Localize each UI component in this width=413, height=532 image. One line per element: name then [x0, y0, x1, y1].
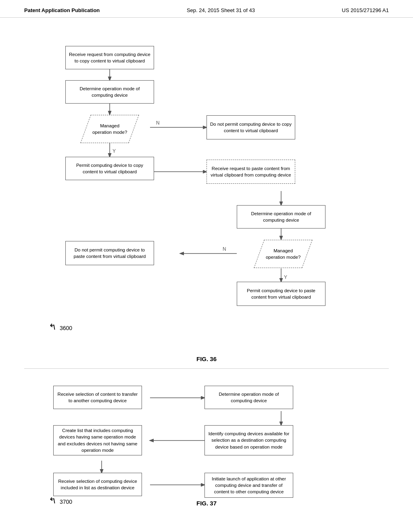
fig36-number-tag: ↱ 3600	[49, 322, 72, 332]
box-identify-devices: Identify computing devices available for…	[204, 425, 293, 455]
fig36-arrows: N Y N Y	[13, 18, 400, 368]
box-determine-mode-1: Determine operation mode of computing de…	[65, 80, 154, 104]
fig36-diagram: N Y N Y Receive request from computing d…	[0, 18, 413, 368]
fig36-area: N Y N Y Receive request from computing d…	[13, 18, 400, 368]
fig37-label: FIG. 37	[196, 500, 217, 507]
box-receive-selection: Receive selection of content to transfer…	[53, 386, 142, 409]
box-determine-mode-37: Determine operation mode of computing de…	[204, 386, 293, 409]
header-center: Sep. 24, 2015 Sheet 31 of 43	[187, 7, 255, 13]
box-initiate-launch: Initiate launch of application at other …	[204, 473, 293, 498]
box-receive-device-selection: Receive selection of computing device in…	[53, 473, 142, 496]
section-divider	[24, 368, 389, 369]
box-determine-mode-2: Determine operation mode of computing de…	[237, 205, 325, 229]
box-permit-copy: Permit computing device to copy content …	[65, 157, 154, 180]
svg-text:Y: Y	[113, 148, 116, 154]
svg-text:Y: Y	[284, 274, 287, 280]
svg-text:N: N	[156, 120, 160, 126]
box-permit-paste: Permit computing device to paste content…	[237, 282, 325, 306]
svg-text:N: N	[223, 246, 226, 252]
fig36-label: FIG. 36	[196, 355, 217, 362]
page-header: Patent Application Publication Sep. 24, …	[0, 0, 413, 18]
fig37-diagram: Receive selection of content to transfer…	[0, 373, 413, 510]
fig37-area: Receive selection of content to transfer…	[13, 373, 400, 510]
diamond-managed-mode-2: Managed operation mode?	[251, 239, 315, 268]
header-left: Patent Application Publication	[24, 7, 100, 13]
fig37-number-tag: ↱ 3700	[49, 496, 72, 506]
box-receive-copy-request: Receive request from computing device to…	[65, 46, 154, 69]
box-do-not-permit-copy: Do not permit computing device to copy c…	[206, 115, 295, 139]
diamond-managed-mode-1: Managed operation mode?	[77, 114, 142, 143]
box-create-list: Create list that includes computing devi…	[53, 425, 142, 455]
header-right: US 2015/271296 A1	[342, 7, 389, 13]
box-do-not-permit-paste: Do not permit computing device to paste …	[65, 241, 154, 265]
box-receive-paste-request: Receive request to paste content from vi…	[206, 160, 295, 184]
